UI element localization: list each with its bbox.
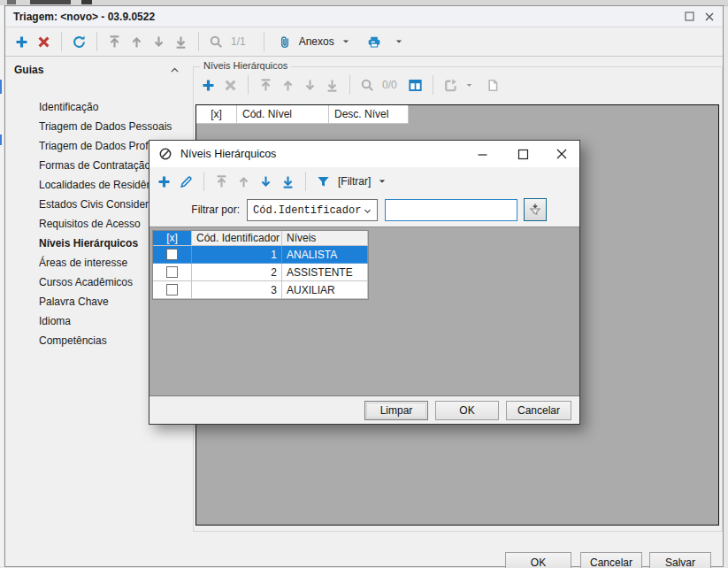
dialog-body: [x] Cód. Identificador Níveis 1 ANALISTA… [149, 226, 579, 396]
sidebar-item-identificacao[interactable]: Identificação [7, 97, 189, 117]
dialog-toolbar: [Filtrar] [149, 167, 579, 196]
dialog-footer: Limpar OK Cancelar [149, 397, 579, 424]
toolbar-separator [203, 172, 204, 191]
toolbar-separator [61, 32, 62, 51]
paperclip-icon[interactable] [278, 35, 292, 50]
column-header-checkbox[interactable]: [x] [196, 105, 237, 124]
dialog-table: [x] Cód. Identificador Níveis 1 ANALISTA… [152, 230, 369, 300]
table-row[interactable]: 2 ASSISTENTE [153, 264, 368, 281]
export-dropdown-icon[interactable] [465, 81, 473, 89]
move-up-icon[interactable] [129, 35, 144, 50]
sidebar-header[interactable]: Guias [7, 57, 189, 83]
add-icon[interactable] [201, 78, 216, 93]
dialog-close-button[interactable] [546, 141, 578, 167]
row-checkbox[interactable] [166, 284, 178, 296]
filter-value-input[interactable] [385, 199, 517, 221]
print-icon[interactable] [366, 35, 382, 50]
maximize-icon [517, 149, 529, 160]
filter-row: Filtrar por: Cód.Identificador [149, 196, 579, 226]
minimize-icon [477, 149, 488, 160]
dialog-cancel-button[interactable]: Cancelar [506, 401, 571, 420]
search-icon[interactable] [209, 35, 224, 50]
move-up-icon[interactable] [280, 78, 295, 93]
move-first-icon[interactable] [258, 78, 273, 93]
anexos-dropdown-icon[interactable] [341, 37, 350, 46]
maximize-button[interactable] [680, 8, 698, 25]
move-last-icon[interactable] [280, 174, 295, 189]
filter-icon[interactable] [316, 174, 331, 189]
add-icon[interactable] [157, 174, 172, 189]
toolbar-separator [96, 32, 97, 51]
toolbar-separator [264, 32, 264, 51]
row-code-cell[interactable]: 2 [192, 264, 282, 281]
record-counter: 1/1 [231, 35, 246, 48]
refresh-icon[interactable] [72, 35, 87, 50]
sidebar-title: Guias [14, 64, 43, 76]
row-name-cell[interactable]: ANALISTA [282, 246, 368, 264]
column-header-cod-identificador[interactable]: Cód. Identificador [192, 231, 282, 246]
fragment-mark [30, 0, 71, 4]
dialog-title-bar[interactable]: Níveis Hierárquicos [149, 141, 579, 167]
background-edge-fragment [0, 5, 4, 566]
move-down-icon[interactable] [258, 174, 273, 189]
toolbar-separator [433, 75, 433, 95]
dialog-app-icon [158, 147, 172, 161]
search-icon[interactable] [360, 78, 375, 93]
table-row[interactable]: 1 ANALISTA [153, 246, 368, 264]
move-up-icon[interactable] [236, 174, 251, 189]
edit-icon[interactable] [179, 174, 194, 189]
toolbar-separator [349, 75, 350, 95]
move-down-icon[interactable] [303, 78, 318, 93]
move-last-icon[interactable] [173, 35, 188, 50]
dialog-title: Níveis Hierárquicos [180, 148, 276, 160]
move-first-icon[interactable] [214, 174, 229, 189]
column-header-checkbox[interactable]: [x] [153, 231, 192, 246]
row-checkbox-cell [153, 281, 192, 299]
print-dropdown-icon[interactable] [395, 37, 403, 46]
toolbar-separator [198, 32, 199, 51]
title-bar[interactable]: Triagem: <novo> - 03.9.0522 [5, 6, 723, 27]
row-name-cell[interactable]: AUXILIAR [282, 281, 368, 299]
table-row[interactable]: 3 AUXILIAR [153, 281, 368, 299]
filtrar-menu-label[interactable]: [Filtrar] [338, 175, 371, 188]
limpar-button[interactable]: Limpar [364, 401, 428, 420]
add-icon[interactable] [14, 35, 29, 50]
apply-filter-button[interactable] [524, 198, 547, 221]
close-icon [704, 12, 715, 22]
save-button[interactable]: Salvar [649, 552, 711, 568]
close-icon [556, 148, 568, 160]
maximize-icon [685, 12, 694, 21]
column-header-desc-nivel[interactable]: Desc. Nível [329, 105, 409, 124]
row-name-cell[interactable]: ASSISTENTE [282, 264, 368, 281]
dialog-minimize-button[interactable] [466, 141, 498, 167]
cancel-button[interactable]: Cancelar [580, 552, 642, 568]
chevron-down-icon [363, 206, 372, 216]
anexos-label[interactable]: Anexos [299, 35, 334, 48]
filtrar-dropdown-icon[interactable] [378, 177, 387, 186]
row-checkbox[interactable] [166, 266, 178, 278]
sidebar-item-triagem-dados-pessoais[interactable]: Triagem de Dados Pessoais [7, 117, 189, 136]
dialog-ok-button[interactable]: OK [435, 401, 499, 420]
close-button[interactable] [701, 8, 718, 25]
chevron-up-icon[interactable] [169, 65, 180, 76]
column-header-cod-nivel[interactable]: Cód. Nível [237, 105, 329, 124]
move-down-icon[interactable] [151, 35, 166, 50]
fragment-mark [0, 134, 2, 145]
delete-icon[interactable] [36, 35, 51, 50]
delete-icon[interactable] [223, 78, 238, 93]
columns-icon[interactable] [408, 78, 423, 93]
row-code-cell[interactable]: 1 [192, 246, 282, 264]
move-last-icon[interactable] [325, 78, 340, 93]
move-first-icon[interactable] [107, 35, 122, 50]
export-icon[interactable] [443, 78, 458, 93]
report-icon[interactable] [486, 78, 500, 93]
column-header-niveis[interactable]: Níveis [282, 231, 368, 246]
filter-field-select[interactable]: Cód.Identificador [247, 199, 378, 221]
fragment-mark [0, 80, 2, 94]
main-toolbar: 1/1 Anexos [5, 27, 723, 57]
dialog-maximize-button[interactable] [507, 141, 539, 167]
ok-button[interactable]: OK [505, 552, 571, 568]
row-checkbox[interactable] [166, 249, 178, 260]
row-code-cell[interactable]: 3 [192, 281, 282, 299]
fragment-mark [81, 0, 92, 4]
